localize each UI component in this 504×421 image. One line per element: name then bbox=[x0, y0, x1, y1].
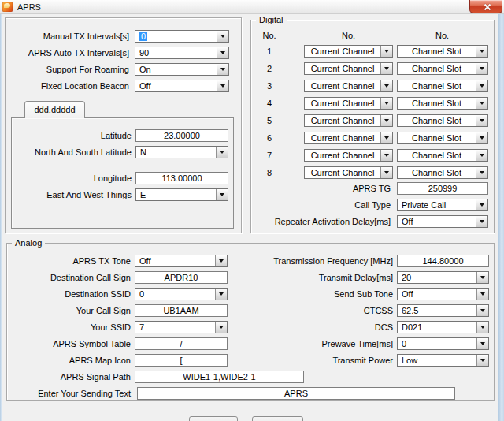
field-label: North And South Latitude bbox=[15, 146, 132, 158]
chevron-down-icon bbox=[480, 154, 484, 159]
digital-channel-select-1[interactable]: Current Channel bbox=[304, 45, 393, 58]
combo-dropdown-button[interactable] bbox=[217, 64, 228, 75]
manual-tx-interval-select[interactable]: 0 bbox=[135, 30, 229, 43]
combo-dropdown-button[interactable] bbox=[380, 167, 392, 178]
partial-button-right[interactable] bbox=[252, 416, 303, 421]
chevron-down-icon bbox=[480, 309, 485, 315]
combo-dropdown-button[interactable] bbox=[380, 80, 392, 91]
digital-channel-select-5[interactable]: Current Channel bbox=[304, 114, 393, 127]
support-roaming-select[interactable]: On bbox=[135, 63, 229, 76]
coordinates-tab-page: Latitude 23.00000 North And South Latitu… bbox=[11, 117, 234, 229]
row-number: 3 bbox=[258, 80, 281, 92]
digital-slot-select-4[interactable]: Channel Slot bbox=[397, 97, 488, 110]
combo-dropdown-button[interactable] bbox=[380, 63, 392, 74]
combo-dropdown-button[interactable] bbox=[380, 150, 392, 161]
combo-dropdown-button[interactable] bbox=[216, 189, 228, 200]
combo-dropdown-button[interactable] bbox=[476, 167, 487, 178]
digital-slot-select-1[interactable]: Channel Slot bbox=[397, 45, 488, 58]
digital-slot-select-5[interactable]: Channel Slot bbox=[397, 114, 488, 127]
combo-dropdown-button[interactable] bbox=[476, 355, 488, 366]
digital-slot-select-3[interactable]: Channel Slot bbox=[397, 80, 488, 92]
prewave-time-select[interactable]: 0 bbox=[397, 337, 489, 350]
digital-channel-select-2[interactable]: Current Channel bbox=[304, 62, 393, 75]
your-call-sign-input[interactable]: UB1AAM bbox=[135, 304, 228, 317]
combo-dropdown-button[interactable] bbox=[476, 322, 488, 333]
ns-latitude-select[interactable]: N bbox=[135, 146, 228, 158]
latitude-input[interactable]: 23.00000 bbox=[135, 129, 228, 142]
combo-dropdown-button[interactable] bbox=[380, 46, 392, 57]
partial-button-left[interactable] bbox=[189, 416, 238, 421]
tab-ddd-ddddd[interactable]: ddd.ddddd bbox=[24, 101, 85, 118]
row-number: 4 bbox=[258, 97, 281, 110]
row-number: 8 bbox=[258, 166, 281, 179]
field-label: Prewave Time[ms] bbox=[235, 337, 393, 350]
combo-dropdown-button[interactable] bbox=[476, 46, 487, 57]
transmission-frequency-input[interactable]: 144.80000 bbox=[397, 255, 489, 267]
digital-channel-select-6[interactable]: Current Channel bbox=[304, 132, 393, 144]
aprs-auto-tx-interval-select[interactable]: 90 bbox=[135, 47, 229, 59]
digital-channel-select-3[interactable]: Current Channel bbox=[304, 80, 393, 92]
ctcss-select[interactable]: 62.5 bbox=[397, 304, 489, 317]
combo-dropdown-button[interactable] bbox=[476, 132, 487, 143]
combo-dropdown-button[interactable] bbox=[476, 115, 487, 126]
digital-channel-select-4[interactable]: Current Channel bbox=[304, 97, 393, 110]
digital-slot-select-8[interactable]: Channel Slot bbox=[397, 166, 488, 179]
chevron-down-icon bbox=[220, 84, 225, 90]
digital-channel-select-7[interactable]: Current Channel bbox=[304, 149, 393, 162]
combo-dropdown-button[interactable] bbox=[215, 322, 227, 333]
window-frame-left bbox=[0, 14, 2, 421]
field-label: Transmit Delay[ms] bbox=[235, 271, 393, 284]
digital-slot-select-6[interactable]: Channel Slot bbox=[397, 132, 488, 144]
combo-dropdown-button[interactable] bbox=[380, 98, 392, 109]
close-button[interactable] bbox=[469, 0, 502, 13]
combo-dropdown-button[interactable] bbox=[476, 199, 487, 210]
selected-text: 0 bbox=[139, 32, 147, 41]
destination-call-sign-input[interactable]: APDR10 bbox=[135, 271, 228, 284]
aprs-tx-tone-select[interactable]: Off bbox=[135, 255, 228, 267]
combo-dropdown-button[interactable] bbox=[217, 31, 228, 42]
combo-dropdown-button[interactable] bbox=[476, 272, 488, 283]
chevron-down-icon bbox=[384, 154, 389, 159]
combo-dropdown-button[interactable] bbox=[476, 338, 488, 349]
ew-longitude-select[interactable]: E bbox=[135, 188, 228, 201]
combo-dropdown-button[interactable] bbox=[476, 305, 488, 316]
destination-ssid-select[interactable]: 0 bbox=[135, 288, 228, 300]
combo-dropdown-button[interactable] bbox=[476, 216, 487, 227]
digital-channel-select-8[interactable]: Current Channel bbox=[304, 166, 393, 179]
sending-text-input[interactable]: APRS bbox=[137, 387, 455, 400]
transmit-power-select[interactable]: Low bbox=[397, 354, 489, 367]
aprs-signal-path-input[interactable]: WIDE1-1,WIDE2-1 bbox=[135, 371, 304, 383]
longitude-input[interactable]: 113.00000 bbox=[135, 172, 228, 184]
combo-dropdown-button[interactable] bbox=[476, 150, 487, 161]
combo-dropdown-button[interactable] bbox=[380, 115, 392, 126]
group-label: Digital bbox=[256, 14, 287, 25]
call-type-select[interactable]: Private Call bbox=[397, 199, 488, 211]
chevron-down-icon bbox=[480, 171, 484, 177]
chevron-down-icon bbox=[480, 50, 484, 55]
aprs-map-icon-input[interactable]: [ bbox=[135, 354, 228, 367]
aprs-symbol-table-input[interactable]: / bbox=[135, 337, 228, 350]
combo-dropdown-button[interactable] bbox=[215, 255, 227, 266]
send-sub-tone-select[interactable]: Off bbox=[397, 288, 489, 300]
repeater-activation-delay-select[interactable]: Off bbox=[397, 215, 488, 228]
digital-slot-select-7[interactable]: Channel Slot bbox=[397, 149, 488, 162]
digital-slot-select-2[interactable]: Channel Slot bbox=[397, 62, 488, 75]
combo-dropdown-button[interactable] bbox=[476, 98, 487, 109]
combo-dropdown-button[interactable] bbox=[476, 63, 487, 74]
combo-dropdown-button[interactable] bbox=[216, 147, 228, 158]
chevron-down-icon bbox=[220, 151, 224, 156]
fixed-location-beacon-select[interactable]: Off bbox=[135, 80, 229, 92]
combo-dropdown-button[interactable] bbox=[217, 47, 228, 58]
chevron-down-icon bbox=[219, 326, 224, 331]
combo-dropdown-button[interactable] bbox=[476, 80, 487, 91]
dcs-select[interactable]: D021 bbox=[397, 321, 489, 333]
combo-dropdown-button[interactable] bbox=[380, 132, 392, 143]
chevron-down-icon bbox=[480, 342, 485, 348]
your-ssid-select[interactable]: 7 bbox=[135, 321, 228, 333]
combo-dropdown-button[interactable] bbox=[217, 80, 228, 91]
aprs-tg-input[interactable]: 250999 bbox=[397, 182, 488, 195]
combo-dropdown-button[interactable] bbox=[476, 289, 488, 300]
transmit-delay-select[interactable]: 20 bbox=[397, 271, 489, 284]
chevron-down-icon bbox=[480, 220, 484, 225]
combo-dropdown-button[interactable] bbox=[215, 289, 227, 300]
